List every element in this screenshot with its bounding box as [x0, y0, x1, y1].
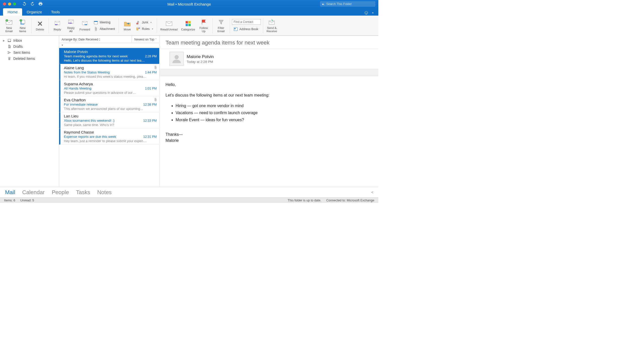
quick-access-toolbar	[22, 2, 43, 7]
ribbon-tabs: Home Organize Tools	[0, 8, 378, 16]
search-input[interactable]	[326, 2, 373, 6]
close-window[interactable]	[3, 3, 6, 6]
read-unread-button[interactable]: Read/Unread	[159, 17, 179, 35]
folder-deleted[interactable]: Deleted Items	[0, 56, 59, 62]
follow-up-button[interactable]: Follow Up	[197, 17, 210, 35]
window-title: Mail • Microsoft Exchange	[168, 2, 211, 6]
nav-people[interactable]: People	[52, 189, 69, 196]
attachment-icon	[154, 98, 157, 102]
trash-icon	[7, 57, 11, 61]
new-email-button[interactable]: +New Email	[3, 17, 16, 35]
nav-mail[interactable]: Mail	[5, 189, 15, 196]
nav-calendar[interactable]: Calendar	[22, 189, 45, 196]
print-icon[interactable]	[38, 2, 43, 7]
svg-rect-24	[234, 28, 235, 29]
new-items-button[interactable]: +New Items	[16, 17, 29, 35]
body-greeting: Hello,	[166, 82, 372, 88]
search-box[interactable]	[320, 1, 375, 7]
message-list: Arrange By: Date Received▴▾ Newest on To…	[59, 36, 159, 187]
reply-all-button[interactable]: Reply All	[64, 17, 77, 35]
send-receive-button[interactable]: Send & Receive	[265, 17, 279, 35]
tab-organize[interactable]: Organize	[22, 8, 47, 16]
nav-collapse-icon[interactable]: <	[371, 190, 373, 194]
sort-direction-button[interactable]: Newest on Top˄	[132, 36, 159, 43]
svg-text:+: +	[6, 19, 8, 22]
status-bar: Items: 6 Unread: 5 This folder is up to …	[0, 197, 378, 203]
message-item[interactable]: Lan LieuXbox tournament this weekend! :)…	[59, 112, 159, 128]
find-contact-input[interactable]	[232, 19, 261, 25]
reading-sender-block: Malorie Potvin Today at 2:28 PM	[159, 49, 378, 69]
message-preview: This afternoon we announced plans of our…	[64, 107, 157, 111]
junk-button[interactable]: Junk▾	[134, 19, 155, 25]
ribbon: +New Email +New Items Delete Reply Reply…	[0, 16, 378, 36]
folder-drafts[interactable]: Drafts	[0, 44, 59, 50]
message-preview: Hello, Let's discuss the following items…	[64, 59, 157, 62]
list-filter-toggle[interactable]: ▾	[59, 43, 159, 48]
nav-notes[interactable]: Notes	[97, 189, 111, 196]
svg-rect-20	[188, 21, 191, 23]
message-subject: For immediate release	[64, 103, 98, 106]
undo-icon[interactable]	[22, 2, 27, 7]
attachment-button[interactable]: Attachment	[92, 26, 116, 32]
reading-subject: Team meeting agenda items for next week	[159, 36, 378, 49]
body-bullet-item: Hiring — got one more vendor in mind	[176, 103, 372, 109]
status-sync: This folder is up to date.	[288, 199, 321, 202]
drafts-icon	[7, 45, 11, 49]
filter-email-button[interactable]: Filter Email	[215, 17, 228, 35]
message-time: 1:01 PM	[145, 87, 157, 90]
message-item[interactable]: Suparna AcharyaAll Hands Meeting1:01 PMP…	[59, 80, 159, 96]
reply-button[interactable]: Reply	[51, 17, 64, 35]
message-preview: Hi team, if you missed this week's statu…	[64, 75, 157, 78]
message-subject: Xbox tournament this weekend! :)	[64, 119, 114, 122]
nav-tasks[interactable]: Tasks	[76, 189, 90, 196]
sent-icon	[7, 51, 11, 55]
collapse-ribbon-icon[interactable]	[371, 11, 375, 16]
meeting-button[interactable]: Meeting	[92, 19, 116, 25]
body-signature: Malorie	[166, 138, 179, 143]
svg-line-17	[137, 23, 138, 24]
avatar	[170, 52, 184, 66]
forward-button[interactable]: Forward	[78, 17, 92, 35]
list-header: Arrange By: Date Received▴▾ Newest on To…	[59, 36, 159, 43]
address-book-button[interactable]: Address Book	[232, 26, 261, 32]
categorize-button[interactable]: Categorize	[180, 17, 197, 35]
message-time: 1:44 PM	[145, 71, 157, 74]
svg-rect-21	[186, 24, 188, 26]
body-signoff: Thanks—	[166, 132, 183, 137]
message-preview: Please submit your questions in advance …	[64, 91, 157, 95]
tab-tools[interactable]: Tools	[47, 8, 64, 16]
tab-home[interactable]: Home	[3, 8, 22, 16]
message-subject: Notes from the Status Meeting	[64, 70, 110, 74]
message-item[interactable]: Malorie PotvinTeam meeting agenda items …	[59, 48, 159, 64]
redo-icon[interactable]	[30, 2, 35, 7]
message-preview: Same place, same time. Who's in?	[64, 123, 157, 127]
svg-point-26	[175, 55, 179, 59]
disclosure-triangle-icon[interactable]: ▸	[3, 38, 5, 42]
move-button[interactable]: Move	[121, 17, 134, 35]
message-from: Suparna Acharya	[64, 82, 157, 86]
message-subject: Expense reports are due this week	[64, 135, 116, 139]
message-time: 2:28 PM	[145, 55, 157, 58]
minimize-window[interactable]	[8, 3, 11, 6]
emoji-icon[interactable]	[364, 11, 368, 16]
svg-point-0	[365, 11, 368, 14]
message-from: Eva Charlton	[64, 98, 157, 102]
arrange-by-button[interactable]: Arrange By: Date Received▴▾	[59, 36, 132, 43]
svg-rect-14	[94, 21, 98, 22]
message-item[interactable]: Alaine LangNotes from the Status Meeting…	[59, 64, 159, 80]
attachment-icon	[154, 66, 157, 70]
message-time: 12:38 PM	[143, 103, 157, 106]
message-item[interactable]: Eva CharltonFor immediate release12:38 P…	[59, 96, 159, 112]
zoom-window[interactable]	[13, 3, 16, 6]
folder-inbox[interactable]: ▸Inbox	[0, 37, 59, 44]
delete-button[interactable]: Delete	[33, 17, 47, 35]
message-from: Malorie Potvin	[64, 50, 157, 54]
message-time: 12:33 PM	[143, 119, 157, 122]
body-bullet-item: Morale Event — ideas for fun venues?	[176, 117, 372, 123]
titlebar: Mail • Microsoft Exchange	[0, 0, 378, 8]
message-item[interactable]: Raymond ChasseExpense reports are due th…	[59, 128, 159, 145]
folder-sent[interactable]: Sent Items	[0, 50, 59, 56]
rules-button[interactable]: Rules▾	[134, 26, 155, 32]
search-icon	[322, 3, 325, 6]
message-from: Alaine Lang	[64, 66, 157, 70]
